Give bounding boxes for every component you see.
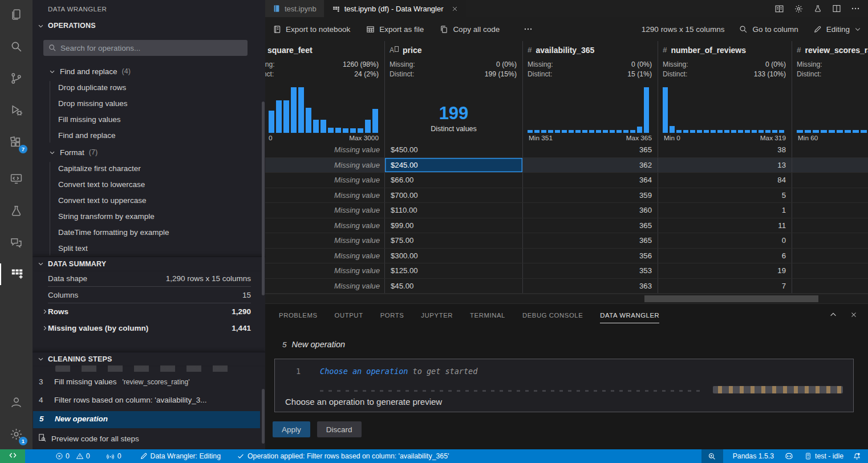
cell[interactable]: 1 [658, 203, 792, 218]
panel-tab-ports[interactable]: PORTS [380, 310, 404, 321]
tab-test-ipynb[interactable]: test.ipynb [265, 0, 324, 17]
cell[interactable]: Missing value [265, 158, 385, 173]
column-header-number-of-reviews[interactable]: #number_of_reviews [658, 41, 792, 55]
notifications-status[interactable] [850, 449, 868, 463]
go-to-column-button[interactable]: Go to column [739, 25, 798, 34]
cell[interactable]: $125.00 [385, 263, 523, 278]
panel-tab-jupyter[interactable]: JUPYTER [421, 310, 453, 321]
cell[interactable]: 364 [523, 173, 658, 188]
cell[interactable]: 356 [523, 249, 658, 263]
copilot-status[interactable] [781, 449, 797, 463]
cell[interactable] [792, 188, 868, 203]
operation-datetime-formatting-by-example[interactable]: DateTime formatting by example [33, 225, 261, 241]
data-summary-section-header[interactable]: DATA SUMMARY [33, 257, 265, 270]
export-to-notebook-button[interactable]: Export to notebook [273, 25, 350, 34]
cleaning-steps-section-header[interactable]: CLEANING STEPS [33, 352, 265, 365]
cell[interactable]: $45.00 [385, 279, 523, 294]
column-header-square-feet[interactable]: square_feet [265, 41, 384, 55]
column-header-price[interactable]: Aprice [385, 41, 522, 55]
code-link[interactable]: Choose an operation [320, 367, 408, 376]
apply-button[interactable]: Apply [273, 421, 310, 437]
summary-rows[interactable]: Rows1,290 [48, 303, 251, 320]
operation-string-transform-by-example[interactable]: String transform by example [33, 209, 261, 225]
cell[interactable]: 0 [658, 233, 792, 248]
operation-convert-text-to-lowercase[interactable]: Convert text to lowercase [33, 177, 261, 193]
scrollbar-thumb[interactable] [644, 295, 818, 302]
cell[interactable]: 365 [523, 233, 658, 248]
cell[interactable]: $75.00 [385, 233, 523, 248]
problems-status[interactable]: 0 0 [52, 449, 93, 463]
cell[interactable]: 359 [523, 188, 658, 203]
close-icon[interactable] [451, 5, 459, 13]
cell[interactable]: 365 [523, 143, 658, 157]
search-input[interactable] [60, 44, 248, 52]
split-editor-icon[interactable] [832, 4, 841, 13]
cell[interactable] [792, 143, 868, 157]
cleaning-step-5[interactable]: 5New operation [33, 411, 260, 428]
column-header-availability-365[interactable]: #availability_365 [523, 41, 658, 55]
remote-indicator[interactable] [0, 449, 25, 463]
cell[interactable]: 11 [658, 218, 792, 233]
cell[interactable]: 38 [658, 143, 792, 157]
cell[interactable]: $450.00 [385, 143, 523, 157]
data-wrangler-editing-status[interactable]: Data Wrangler: Editing [137, 449, 224, 463]
tab-test-ipynb-df-data-wrangler[interactable]: test.ipynb (df) - Data Wrangler [325, 0, 466, 17]
sidebar-scrollbar[interactable] [262, 101, 265, 295]
operation-fill-missing-values[interactable]: Fill missing values [33, 112, 261, 128]
operation-group-find-and-replace[interactable]: Find and replace(4) [33, 63, 261, 80]
activity-bar-testing[interactable] [0, 201, 33, 222]
editing-mode-dropdown[interactable]: Editing [813, 25, 861, 34]
cell[interactable]: Missing value [265, 279, 385, 294]
preview-code-all-steps[interactable]: Preview code for all steps [33, 429, 265, 448]
column-review-scores-rating[interactable]: #review_scores_ratingMissing:Distinct:Mi… [792, 41, 868, 143]
column-header-review-scores-rating[interactable]: #review_scores_rating [792, 41, 868, 55]
cell[interactable] [792, 279, 868, 294]
ports-status[interactable]: 0 [103, 449, 124, 463]
column-price[interactable]: ApriceMissing:0 (0%)Distinct:199 (15%)19… [385, 41, 523, 143]
cell[interactable] [792, 263, 868, 278]
cell[interactable] [792, 249, 868, 263]
cell[interactable]: 84 [658, 173, 792, 188]
column-number-of-reviews[interactable]: #number_of_reviewsMissing:0 (0%)Distinct… [658, 41, 792, 143]
operation-group-format[interactable]: Format(7) [33, 144, 261, 161]
discard-button[interactable]: Discard [317, 421, 362, 437]
cell[interactable]: $110.00 [385, 203, 523, 218]
operation-capitalize-first-character[interactable]: Capitalize first character [33, 161, 261, 177]
zoom-status[interactable] [701, 449, 723, 463]
panel-tab-problems[interactable]: PROBLEMS [279, 310, 318, 321]
cell[interactable]: 19 [658, 263, 792, 278]
cell[interactable]: 365 [523, 218, 658, 233]
cell[interactable]: $99.00 [385, 218, 523, 233]
cell[interactable]: $700.00 [385, 188, 523, 203]
activity-bar-comments[interactable] [0, 233, 33, 254]
gear-icon[interactable] [794, 4, 804, 14]
operations-search[interactable] [43, 40, 248, 56]
activity-bar-accounts[interactable] [0, 392, 33, 414]
cell[interactable]: 13 [658, 158, 792, 173]
activity-bar-data-wrangler[interactable] [0, 263, 33, 285]
pandas-version-status[interactable]: Pandas 1.5.3 [730, 449, 777, 463]
cell[interactable] [792, 218, 868, 233]
activity-bar-settings[interactable]: 1 [0, 424, 33, 446]
cell[interactable]: Missing value [265, 173, 385, 188]
cell[interactable]: Missing value [265, 188, 385, 203]
cell[interactable]: 6 [658, 249, 792, 263]
cleaning-step-4[interactable]: 4Filter rows based on column: 'availabil… [33, 392, 265, 410]
column-square-feet[interactable]: square_feetMissing:1260 (98%)Distinct:24… [265, 41, 385, 143]
cell[interactable]: 363 [523, 279, 658, 294]
toolbar-more-button[interactable] [524, 25, 533, 34]
grid-horizontal-scrollbar[interactable] [265, 294, 868, 303]
cell[interactable]: Missing value [265, 233, 385, 248]
copy-all-code-button[interactable]: Copy all code [440, 25, 500, 34]
cell[interactable] [792, 233, 868, 248]
panel-tab-debug-console[interactable]: DEBUG CONSOLE [522, 310, 583, 321]
operation-drop-missing-values[interactable]: Drop missing values [33, 96, 261, 112]
more-actions-icon[interactable] [851, 4, 860, 13]
close-icon[interactable] [850, 311, 858, 319]
cell[interactable]: 5 [658, 188, 792, 203]
column-availability-365[interactable]: #availability_365Missing:0 (0%)Distinct:… [523, 41, 658, 143]
cleaning-steps-scrollbar[interactable] [262, 389, 265, 444]
book-icon[interactable] [774, 4, 784, 14]
cleaning-step-3[interactable]: 3Fill missing values'review_scores_ratin… [33, 373, 265, 392]
panel-tab-terminal[interactable]: TERMINAL [470, 310, 505, 321]
